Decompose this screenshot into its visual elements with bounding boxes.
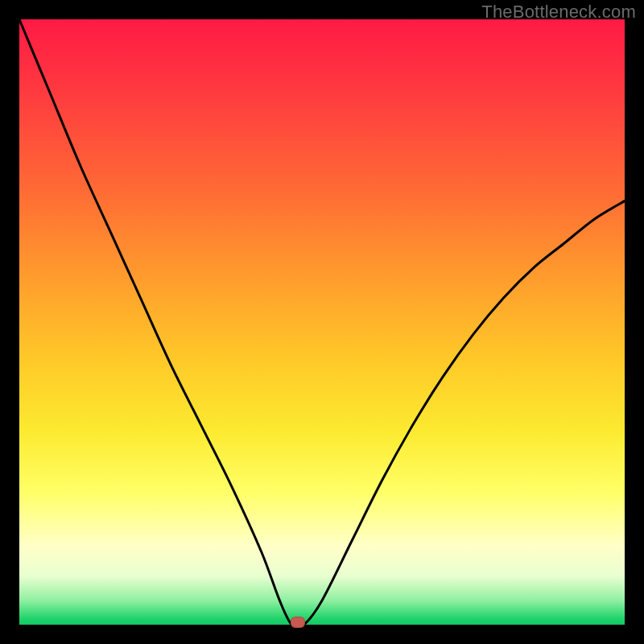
chart-frame: TheBottleneck.com (0, 0, 644, 644)
curve-path (19, 19, 625, 628)
optimum-marker (291, 617, 305, 628)
plot-area (19, 19, 625, 625)
bottleneck-curve (19, 19, 625, 625)
